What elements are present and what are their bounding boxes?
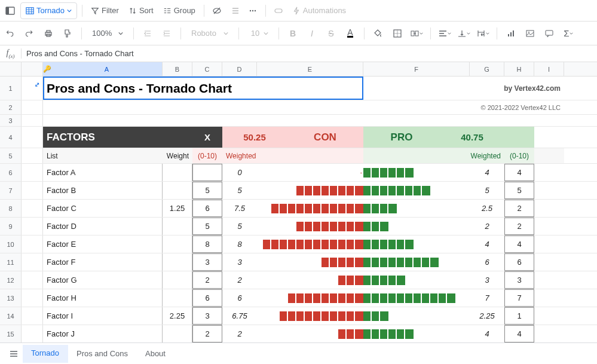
filter-button[interactable]: Filter <box>87 6 123 15</box>
sheet-tab-tornado[interactable]: Tornado <box>23 345 68 363</box>
print-icon[interactable] <box>41 26 56 41</box>
cell-con-raw[interactable]: 5 <box>192 182 222 199</box>
hide-icon[interactable] <box>209 3 225 19</box>
cell-pro-raw[interactable]: 6 <box>504 253 534 271</box>
cell-con-raw[interactable] <box>192 164 222 181</box>
cell-pro-weighted[interactable]: 2.5 <box>470 200 504 217</box>
cell-pro-raw[interactable]: 2 <box>504 200 534 217</box>
col-header-D[interactable]: D <box>222 62 257 76</box>
valign-icon[interactable] <box>456 26 472 41</box>
cell-factor-name[interactable]: Factor F <box>43 253 163 271</box>
row-header-10[interactable]: 10 <box>0 235 22 253</box>
col-header-C[interactable]: C <box>192 62 222 76</box>
col-header-A[interactable]: 🔑A <box>43 62 163 76</box>
subhdr-con-range[interactable]: (0-10) <box>192 148 222 163</box>
cell-pro-weighted[interactable]: 5 <box>470 182 504 199</box>
cell-pro-raw[interactable]: 3 <box>504 271 534 289</box>
cell-con-bar[interactable] <box>257 182 363 199</box>
sheet-tab-about[interactable]: About <box>137 345 174 363</box>
cell-factor-name[interactable]: Factor I <box>43 307 163 325</box>
cell-weight[interactable] <box>163 325 192 342</box>
col-header-F[interactable]: F <box>363 62 470 76</box>
cell-factor-name[interactable]: Factor B <box>43 182 163 199</box>
cell-factor-name[interactable]: Factor H <box>43 289 163 307</box>
band-con[interactable]: CON <box>287 127 363 148</box>
fill-color-icon[interactable] <box>371 26 386 41</box>
band-x[interactable]: X <box>192 127 222 148</box>
cell-pro-bar[interactable] <box>363 307 470 325</box>
cell-con-weighted[interactable]: 2 <box>222 271 257 289</box>
borders-icon[interactable] <box>390 26 405 41</box>
cell-weight[interactable] <box>163 289 192 307</box>
row-header-1[interactable]: 1 <box>0 77 22 100</box>
cell-pro-raw[interactable]: 4 <box>504 325 534 342</box>
insert-image-icon[interactable] <box>522 26 538 41</box>
cell-weight[interactable] <box>163 164 192 181</box>
all-sheets-icon[interactable] <box>5 345 23 363</box>
merge-icon[interactable] <box>409 26 424 41</box>
row-header-15[interactable]: 15 <box>0 325 22 342</box>
band-con-total[interactable]: 50.25 <box>222 127 287 148</box>
cell-pro-weighted[interactable]: 2 <box>470 218 504 235</box>
cell-con-weighted[interactable]: 0 <box>222 164 257 181</box>
col-header-B[interactable]: B <box>163 62 192 76</box>
subhdr-pro-range[interactable]: (0-10) <box>504 148 534 163</box>
cell-pro-bar[interactable] <box>363 182 470 199</box>
cell-pro-bar[interactable] <box>363 289 470 307</box>
sheet-tab-pros-cons[interactable]: Pros and Cons <box>68 345 137 363</box>
insert-chart-icon[interactable] <box>503 26 519 41</box>
paint-format-icon[interactable] <box>60 26 75 41</box>
cell-con-weighted[interactable]: 8 <box>222 235 257 253</box>
band-pro[interactable]: PRO <box>363 127 440 148</box>
cell-con-bar[interactable] <box>257 307 363 325</box>
cell-con-raw[interactable]: 6 <box>192 289 222 307</box>
redo-icon[interactable] <box>22 26 37 41</box>
row-header-13[interactable]: 13 <box>0 289 22 307</box>
cell-pro-bar[interactable] <box>363 271 470 289</box>
halign-icon[interactable] <box>437 26 452 41</box>
subhdr-con-weighted[interactable]: Weighted <box>222 148 257 163</box>
row-header-11[interactable]: 11 <box>0 253 22 271</box>
group-button[interactable]: Group <box>160 6 199 15</box>
row-header-7[interactable]: 7 <box>0 182 22 199</box>
cell-pro-bar[interactable] <box>363 200 470 217</box>
wrap-icon[interactable] <box>475 26 491 41</box>
row-header-5[interactable]: 5 <box>0 148 22 163</box>
cell-weight[interactable] <box>163 182 192 199</box>
functions-icon[interactable]: Σ <box>561 26 576 41</box>
cell-factor-name[interactable]: Factor J <box>43 325 163 342</box>
cell-pro-weighted[interactable]: 3 <box>470 271 504 289</box>
cell-con-bar[interactable] <box>257 253 363 271</box>
cell-con-weighted[interactable]: 3 <box>222 253 257 271</box>
cell-factor-name[interactable]: Factor C <box>43 200 163 217</box>
undo-icon[interactable] <box>2 26 18 41</box>
cell-factor-name[interactable]: Factor A <box>43 164 163 181</box>
row-header-6[interactable]: 6 <box>0 164 22 181</box>
col-header-H[interactable]: H <box>504 62 534 76</box>
cell-con-raw[interactable]: 2 <box>192 271 222 289</box>
cell-weight[interactable]: 2.25 <box>163 307 192 325</box>
side-panel-toggle-icon[interactable] <box>2 3 18 19</box>
col-header-E[interactable]: E <box>257 62 363 76</box>
insert-comment-icon[interactable] <box>541 26 557 41</box>
cell-con-weighted[interactable]: 6.75 <box>222 307 257 325</box>
cell-copyright[interactable]: © 2021-2022 Vertex42 LLC <box>363 100 564 114</box>
cell-con-weighted[interactable]: 5 <box>222 218 257 235</box>
row-header-12[interactable]: 12 <box>0 271 22 289</box>
cell-con-raw[interactable]: 8 <box>192 235 222 253</box>
cell-pro-bar[interactable] <box>363 164 470 181</box>
cell-byline[interactable]: by Vertex42.com <box>363 77 564 100</box>
row-header-4[interactable]: 4 <box>0 127 22 148</box>
cell-con-weighted[interactable]: 2 <box>222 325 257 342</box>
text-color-icon[interactable]: A <box>342 26 358 41</box>
cell-pro-raw[interactable]: 7 <box>504 289 534 307</box>
cell-pro-weighted[interactable]: 4 <box>470 235 504 253</box>
cell-pro-raw[interactable]: 5 <box>504 182 534 199</box>
cell-con-raw[interactable]: 3 <box>192 307 222 325</box>
cell-pro-raw[interactable]: 4 <box>504 164 534 181</box>
cell-pro-bar[interactable] <box>363 218 470 235</box>
row-header-8[interactable]: 8 <box>0 200 22 217</box>
row-header-14[interactable]: 14 <box>0 307 22 325</box>
cell-title[interactable]: Pros and Cons - Tornado Chart <box>43 77 363 100</box>
cell-pro-weighted[interactable]: 4 <box>470 164 504 181</box>
